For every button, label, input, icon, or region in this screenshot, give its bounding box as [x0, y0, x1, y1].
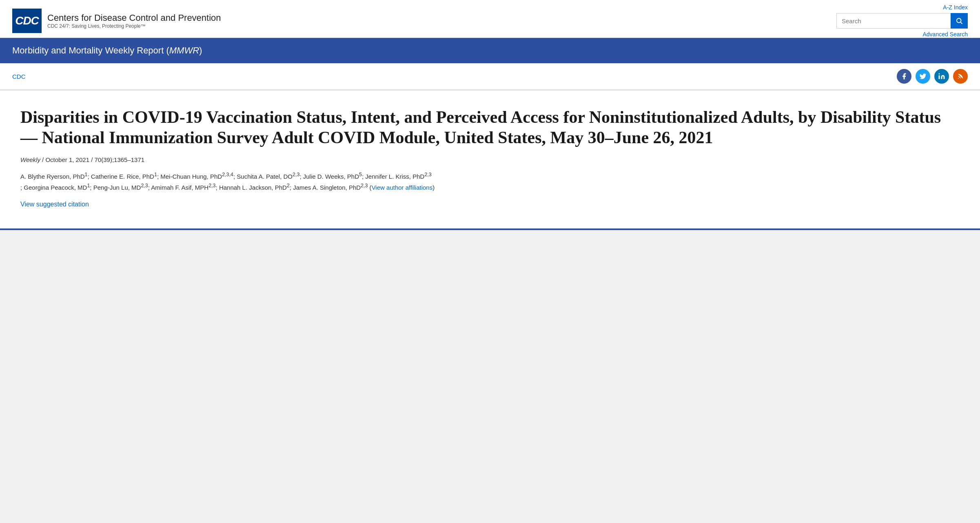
logo-area: CDC Centers for Disease Control and Prev… [12, 9, 221, 33]
rss-icon[interactable] [953, 69, 968, 84]
article-title: Disparities in COVID-19 Vaccination Stat… [20, 107, 960, 148]
author5: ; Julie D. Weeks, PhD [299, 173, 359, 180]
org-name-area: Centers for Disease Control and Preventi… [47, 13, 221, 29]
search-row [836, 13, 968, 29]
mmwr-acronym: MMWR [169, 45, 199, 55]
article-meta: Weekly / October 1, 2021 / 70(39);1365–1… [20, 156, 960, 163]
view-affiliations-link[interactable]: View author affiliations [372, 184, 433, 191]
search-input[interactable] [836, 13, 951, 29]
author2-sup: 1 [154, 172, 157, 177]
linkedin-icon[interactable] [934, 69, 949, 84]
author8: ; Peng-Jun Lu, MD [90, 184, 141, 191]
svg-point-2 [939, 73, 940, 75]
author1: A. Blythe Ryerson, PhD [20, 173, 85, 180]
author6-sup: 2,3 [424, 172, 431, 177]
article-content: Disparities in COVID-19 Vaccination Stat… [0, 90, 980, 228]
search-icon [956, 17, 963, 24]
author9: ; Amimah F. Asif, MPH [148, 184, 208, 191]
author4: ; Suchita A. Patel, DO [233, 173, 293, 180]
breadcrumb-bar: CDC [0, 63, 980, 90]
author11-sup: 2,3 [361, 183, 368, 188]
view-citation-link[interactable]: View suggested citation [20, 201, 89, 208]
authors-block: A. Blythe Ryerson, PhD1; Catherine E. Ri… [20, 171, 960, 193]
author2: ; Catherine E. Rice, PhD [88, 173, 154, 180]
meta-volume: 70(39);1365–1371 [95, 156, 145, 163]
org-tagline: CDC 24/7: Saving Lives, Protecting Peopl… [47, 23, 221, 29]
twitter-icon[interactable] [916, 69, 930, 84]
svg-line-1 [960, 22, 962, 24]
author7: ; Georgina Peacock, MD [20, 184, 87, 191]
author5-sup: 5 [359, 172, 362, 177]
mmwr-label-after: ) [199, 45, 202, 55]
author6: ; Jennifer L. Kriss, PhD [362, 173, 424, 180]
facebook-icon[interactable] [897, 69, 911, 84]
bottom-divider [0, 228, 980, 230]
mmwr-banner: Morbidity and Mortality Weekly Report (M… [0, 38, 980, 63]
advanced-search-link[interactable]: Advanced Search [922, 31, 968, 38]
meta-date: October 1, 2021 [45, 156, 89, 163]
author10-sup: 2 [287, 183, 290, 188]
author3: ; Mei-Chuan Hung, PhD [157, 173, 222, 180]
meta-separator2: / [91, 156, 94, 163]
header-right: A-Z Index Advanced Search [836, 4, 968, 38]
svg-point-3 [958, 78, 959, 79]
search-button[interactable] [951, 13, 968, 29]
az-index-link[interactable]: A-Z Index [943, 4, 968, 11]
svg-point-0 [957, 18, 961, 23]
header: CDC Centers for Disease Control and Prev… [0, 0, 980, 38]
author4-sup: 2,3 [293, 172, 299, 177]
mmwr-label-before: Morbidity and Mortality Weekly Report ( [12, 45, 169, 55]
author9-sup: 2,3 [208, 183, 215, 188]
meta-series: Weekly [20, 156, 40, 163]
author11: ; James A. Singleton, PhD [290, 184, 361, 191]
org-name: Centers for Disease Control and Preventi… [47, 13, 221, 23]
author1-sup: 1 [85, 172, 88, 177]
author10: ; Hannah L. Jackson, PhD [216, 184, 287, 191]
author8-sup: 2,3 [141, 183, 148, 188]
breadcrumb-cdc[interactable]: CDC [12, 73, 26, 80]
social-icons [897, 69, 968, 84]
cdc-logo: CDC [12, 9, 42, 33]
author3-sup: 2,3,4 [222, 172, 233, 177]
